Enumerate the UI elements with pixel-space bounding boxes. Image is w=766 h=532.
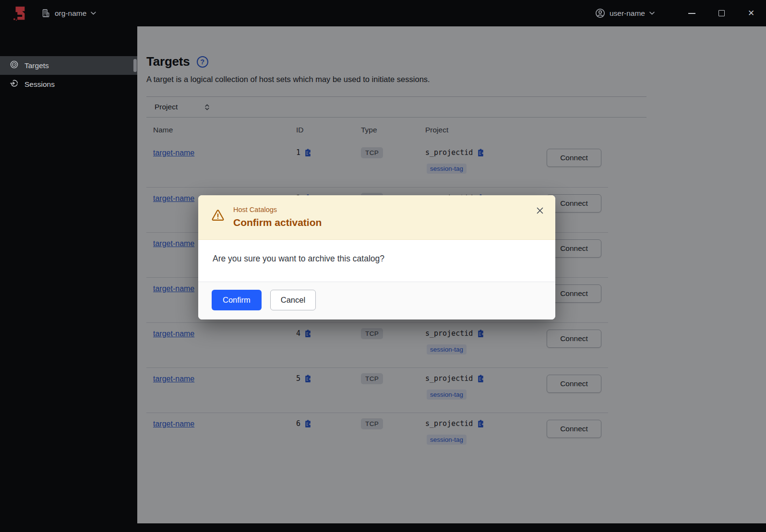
sidebar-item-sessions[interactable]: Sessions [0, 75, 137, 94]
dialog-title: Confirm activation [233, 217, 322, 228]
close-button[interactable]: ✕ [736, 0, 766, 26]
user-menu[interactable]: user-name [595, 8, 655, 18]
user-circle-icon [595, 8, 605, 18]
maximize-icon [718, 10, 725, 16]
sidebar-item-targets[interactable]: Targets [0, 56, 137, 75]
close-icon: ✕ [748, 9, 754, 17]
user-name-label: user-name [610, 9, 645, 18]
cancel-button[interactable]: Cancel [270, 290, 316, 310]
org-name-label: org-name [55, 9, 86, 18]
window-controls: ✕ [677, 0, 766, 26]
session-icon [10, 79, 18, 89]
sidebar-scrollbar-thumb[interactable] [133, 59, 137, 72]
dialog-footer: Confirm Cancel [198, 282, 555, 319]
minimize-button[interactable] [677, 0, 706, 26]
boundary-logo-icon [12, 5, 28, 22]
sidebar: Targets Sessions [0, 26, 137, 532]
chevron-down-icon [649, 12, 655, 15]
confirm-dialog: Host Catalogs Confirm activation Are you… [198, 195, 555, 319]
confirm-button[interactable]: Confirm [212, 290, 262, 310]
maximize-button[interactable] [706, 0, 736, 26]
building-icon [41, 9, 50, 18]
dialog-close-button[interactable] [536, 207, 544, 216]
minimize-icon [688, 13, 695, 14]
dialog-context: Host Catalogs [233, 206, 322, 213]
warning-icon [211, 208, 225, 223]
dialog-message: Are you sure you want to archive this ca… [213, 254, 384, 263]
chevron-down-icon [91, 12, 96, 15]
org-switcher[interactable]: org-name [41, 9, 96, 18]
sidebar-item-label: Sessions [24, 80, 55, 89]
dialog-header: Host Catalogs Confirm activation [198, 195, 555, 240]
target-icon [10, 60, 18, 71]
titlebar: org-name user-name ✕ [0, 0, 766, 26]
close-icon [536, 207, 544, 214]
sidebar-item-label: Targets [24, 61, 49, 70]
